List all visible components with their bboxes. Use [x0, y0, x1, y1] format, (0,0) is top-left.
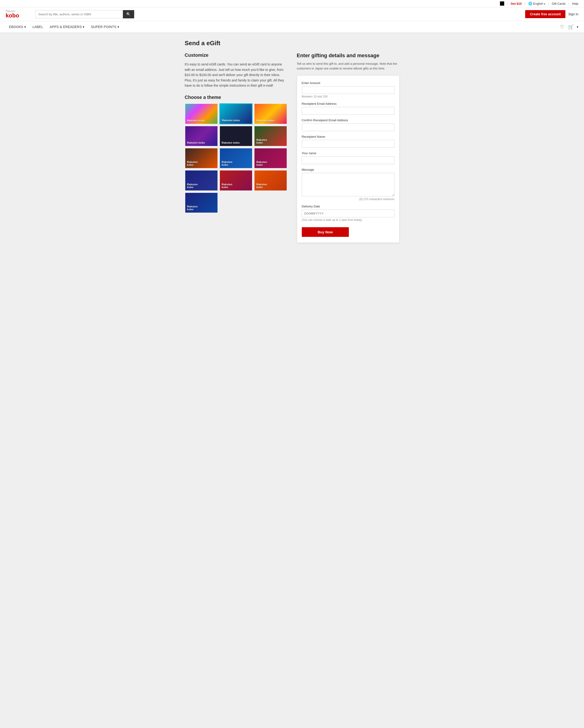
search-input[interactable]	[35, 10, 123, 18]
theme-card-10[interactable]: Rakuten kobo	[185, 170, 218, 191]
nav-ebooks-label: eBOOKS	[9, 25, 23, 29]
nav-apps-ereaders[interactable]: APPS & eREADERS ▾	[46, 21, 87, 32]
confirm-email-label: Confirm Receipient Email Address	[302, 119, 395, 122]
nav-label[interactable]: LABEL	[29, 21, 46, 32]
gift-cards-label: Gift Cards	[552, 2, 566, 5]
amount-group: Enter Amount Between 10 and 100	[302, 81, 395, 98]
recipient-email-group: Receipient Email Address	[302, 102, 395, 115]
two-column-layout: Customize It's easy to send eGift cards.…	[185, 52, 399, 243]
theme-grid: Rakuten koboRakuten koboRakuten koboRaku…	[185, 103, 287, 213]
right-column: Enter gifting details and message Tell u…	[297, 52, 399, 243]
theme-card-2[interactable]: Rakuten kobo	[219, 103, 253, 124]
gift-form-card: Enter Amount Between 10 and 100 Receipie…	[297, 75, 399, 243]
gifting-details-subtitle: Tell us who to send this gift to, and ad…	[297, 61, 399, 71]
theme-card-1[interactable]: Rakuten kobo	[185, 103, 218, 124]
your-name-label: Your name	[302, 151, 395, 155]
help-label: Help	[572, 2, 578, 5]
nav-super-points[interactable]: SUPER POINTS ▾	[88, 21, 123, 32]
main-content: Send a eGift Customize It's easy to send…	[179, 33, 405, 249]
message-textarea[interactable]	[302, 173, 395, 197]
sep4: |	[568, 2, 569, 5]
theme-label-12: Rakuten kobo	[256, 183, 267, 189]
theme-card-11[interactable]: Rakuten kobo	[219, 170, 253, 191]
theme-card-7[interactable]: Rakuten kobo	[185, 148, 218, 168]
search-bar: 🔍	[35, 10, 134, 18]
header-actions: Create free account Sign in	[525, 10, 578, 18]
sep2: |	[525, 2, 525, 5]
theme-label-5: Rakuten kobo	[222, 141, 240, 144]
page-title: Send a eGift	[185, 40, 399, 47]
customize-title: Customize	[185, 52, 287, 58]
get10-link[interactable]: Get $10	[510, 2, 522, 5]
amount-hint: Between 10 and 100	[302, 95, 395, 98]
message-group: Message (0) 270 characters minimum	[302, 168, 395, 201]
theme-label-2: Rakuten kobo	[222, 119, 240, 122]
logo-kobo: kobo	[6, 12, 31, 19]
nav-ebooks-chevron-icon: ▾	[24, 25, 26, 29]
get10-label: Get $10	[510, 2, 522, 5]
gift-cards-link[interactable]: Gift Cards	[552, 2, 566, 5]
amount-input[interactable]	[302, 86, 395, 94]
recipient-name-label: Receipient Name	[302, 135, 395, 138]
cart-icon: 🛒	[568, 24, 574, 30]
sep3: |	[548, 2, 549, 5]
black-square-item[interactable]	[500, 1, 504, 6]
nav-super-points-chevron-icon: ▾	[117, 25, 119, 29]
theme-label-10: Rakuten kobo	[187, 183, 198, 189]
theme-card-9[interactable]: Rakuten kobo	[254, 148, 287, 168]
language-chevron-icon	[544, 2, 545, 5]
cart-chevron-icon: ▾	[577, 25, 578, 29]
char-count: (0) 270 characters minimum	[302, 198, 395, 201]
create-account-button[interactable]: Create free account	[525, 10, 565, 18]
nav-ebooks[interactable]: eBOOKS ▾	[6, 21, 29, 32]
language-label: English	[533, 2, 543, 5]
theme-card-5[interactable]: Rakuten kobo	[219, 126, 253, 147]
gifting-details-title: Enter gifting details and message	[297, 52, 399, 59]
left-column: Customize It's easy to send eGift cards.…	[185, 52, 287, 213]
nav-bar: eBOOKS ▾ LABEL APPS & eREADERS ▾ SUPER P…	[0, 21, 584, 33]
recipient-email-input[interactable]	[302, 107, 395, 115]
heart-icon: ♡	[560, 24, 564, 30]
theme-label-3: Rakuten kobo	[256, 119, 274, 122]
header: Rakuten kobo 🔍 Create free account Sign …	[0, 7, 584, 21]
nav-apps-chevron-icon: ▾	[83, 25, 84, 29]
your-name-input[interactable]	[302, 156, 395, 164]
sep1: |	[507, 2, 508, 5]
delivery-date-group: Delivery Date (You can choose a date up …	[302, 205, 395, 222]
theme-label-13: Rakuten kobo	[187, 205, 198, 211]
logo[interactable]: Rakuten kobo	[6, 10, 31, 19]
wishlist-button[interactable]: ♡	[559, 23, 565, 31]
buy-now-button[interactable]: Buy Now	[302, 227, 349, 237]
theme-label-11: Rakuten kobo	[222, 183, 233, 189]
your-name-group: Your name	[302, 151, 395, 164]
theme-card-6[interactable]: Rakuten kobo	[254, 126, 287, 147]
recipient-email-label: Receipient Email Address	[302, 102, 395, 105]
theme-label-7: Rakuten kobo	[187, 161, 198, 166]
delivery-date-label: Delivery Date	[302, 205, 395, 208]
recipient-name-input[interactable]	[302, 140, 395, 148]
nav-apps-ereaders-label: APPS & eREADERS	[50, 25, 82, 29]
black-square-icon	[500, 1, 504, 6]
theme-label-6: Rakuten kobo	[256, 138, 267, 144]
theme-card-3[interactable]: Rakuten kobo	[254, 103, 287, 124]
delivery-date-input[interactable]	[302, 210, 395, 217]
theme-card-4[interactable]: Rakuten kobo	[185, 126, 218, 147]
sign-in-link[interactable]: Sign in	[568, 12, 578, 16]
nav-icons: ♡ 🛒 ▾	[559, 23, 578, 31]
theme-label-1: Rakuten kobo	[187, 119, 205, 122]
cart-button[interactable]: 🛒	[567, 23, 575, 31]
theme-card-13[interactable]: Rakuten kobo	[185, 192, 218, 213]
search-icon: 🔍	[126, 12, 131, 16]
help-link[interactable]: Help	[572, 2, 578, 5]
language-selector[interactable]: English	[528, 2, 546, 5]
theme-label-9: Rakuten kobo	[256, 161, 267, 166]
confirm-email-input[interactable]	[302, 123, 395, 131]
theme-card-12[interactable]: Rakuten kobo	[254, 170, 287, 191]
search-button[interactable]: 🔍	[123, 10, 134, 18]
top-bar: | Get $10 | English | Gift Cards | Help	[0, 0, 584, 7]
theme-card-8[interactable]: Rakuten kobo	[219, 148, 253, 168]
delivery-date-hint: (You can choose a date up to 1 year from…	[302, 218, 395, 222]
theme-label-4: Rakuten kobo	[187, 141, 205, 144]
nav-label-text: LABEL	[32, 25, 43, 29]
theme-label-8: Rakuten kobo	[222, 161, 233, 166]
